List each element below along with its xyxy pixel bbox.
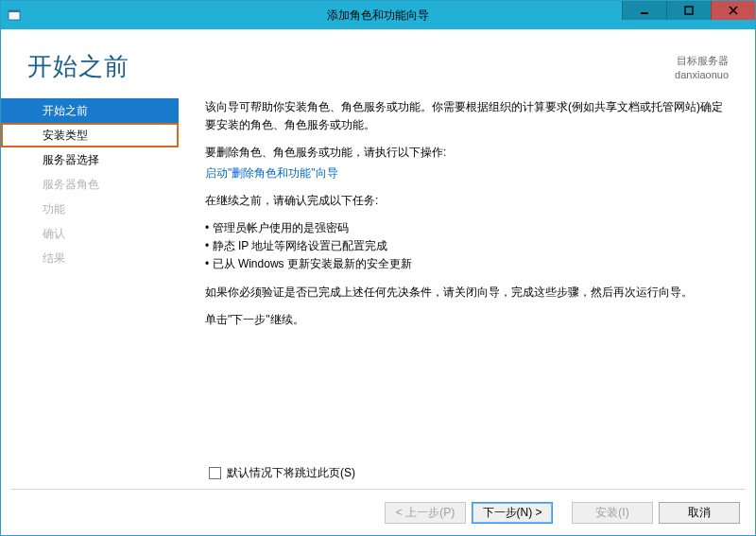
button-label: 安装(I): [595, 505, 628, 521]
button-label: 下一步(N) >: [483, 505, 542, 521]
sidebar-item-confirm: 确认: [1, 221, 179, 246]
prereq-list: 管理员帐户使用的是强密码 静态 IP 地址等网络设置已配置完成 已从 Windo…: [205, 219, 729, 274]
skip-label: 默认情况下将跳过此页(S): [227, 465, 355, 481]
prev-button: < 上一步(P): [385, 502, 466, 524]
body-row: 开始之前 安装类型 服务器选择 服务器角色 功能 确认 结果 该向导可帮助你安装…: [1, 93, 755, 465]
sidebar-item-label: 服务器选择: [43, 153, 99, 166]
verify-text: 如果你必须验证是否已完成上述任何先决条件，请关闭向导，完成这些步骤，然后再次运行…: [205, 284, 729, 302]
prereq-item: 已从 Windows 更新安装最新的安全更新: [205, 255, 729, 273]
page-title: 开始之前: [27, 50, 129, 83]
button-row: < 上一步(P) 下一步(N) > 安装(I) 取消: [1, 490, 755, 535]
sidebar-item-features: 功能: [1, 197, 179, 221]
sidebar-item-label: 安装类型: [43, 129, 88, 142]
minimize-button[interactable]: [622, 1, 666, 20]
maximize-button[interactable]: [666, 1, 711, 20]
content-pane: 该向导可帮助你安装角色、角色服务或功能。你需要根据组织的计算要求(例如共享文档或…: [179, 93, 755, 465]
target-label: 目标服务器: [675, 54, 729, 68]
sidebar-item-label: 结果: [43, 251, 65, 265]
header-row: 开始之前 目标服务器 danxiaonuo: [1, 29, 755, 93]
sidebar: 开始之前 安装类型 服务器选择 服务器角色 功能 确认 结果: [1, 93, 179, 465]
svg-rect-3: [685, 7, 693, 14]
continue-text: 单击"下一步"继续。: [205, 311, 729, 329]
sidebar-item-before[interactable]: 开始之前: [1, 98, 179, 123]
remove-lead: 要删除角色、角色服务或功能，请执行以下操作:: [205, 144, 729, 162]
svg-rect-2: [641, 12, 648, 14]
sidebar-item-server-select[interactable]: 服务器选择: [1, 147, 179, 172]
client-area: 开始之前 目标服务器 danxiaonuo 开始之前 安装类型 服务器选择 服务…: [1, 29, 755, 535]
button-label: < 上一步(P): [396, 505, 455, 521]
sidebar-item-label: 开始之前: [43, 104, 88, 117]
skip-checkbox[interactable]: [209, 467, 221, 479]
remove-roles-link[interactable]: 启动"删除角色和功能"向导: [205, 166, 338, 180]
prereq-item: 管理员帐户使用的是强密码: [205, 219, 729, 237]
target-value: danxiaonuo: [675, 68, 729, 82]
close-button[interactable]: [711, 1, 755, 20]
sidebar-item-label: 服务器角色: [43, 178, 99, 191]
before-lead: 在继续之前，请确认完成以下任务:: [205, 192, 729, 210]
button-label: 取消: [688, 505, 711, 521]
install-button: 安装(I): [572, 502, 653, 524]
prereq-item: 静态 IP 地址等网络设置已配置完成: [205, 237, 729, 255]
svg-rect-1: [9, 10, 20, 12]
sidebar-item-install-type[interactable]: 安装类型: [1, 123, 179, 147]
wizard-window: 添加角色和功能向导 开始之前 目标服务器 danxiaonuo: [0, 0, 756, 536]
target-info: 目标服务器 danxiaonuo: [675, 50, 729, 83]
sidebar-item-server-roles: 服务器角色: [1, 172, 179, 197]
app-icon: [7, 8, 22, 23]
window-controls: [622, 1, 755, 29]
next-button[interactable]: 下一步(N) >: [472, 502, 553, 524]
cancel-button[interactable]: 取消: [659, 502, 740, 524]
intro-text: 该向导可帮助你安装角色、角色服务或功能。你需要根据组织的计算要求(例如共享文档或…: [205, 98, 729, 134]
sidebar-item-label: 确认: [43, 227, 65, 240]
title-bar: 添加角色和功能向导: [1, 1, 755, 29]
skip-row: 默认情况下将跳过此页(S): [1, 465, 755, 489]
sidebar-item-label: 功能: [43, 202, 65, 216]
sidebar-item-result: 结果: [1, 246, 179, 270]
